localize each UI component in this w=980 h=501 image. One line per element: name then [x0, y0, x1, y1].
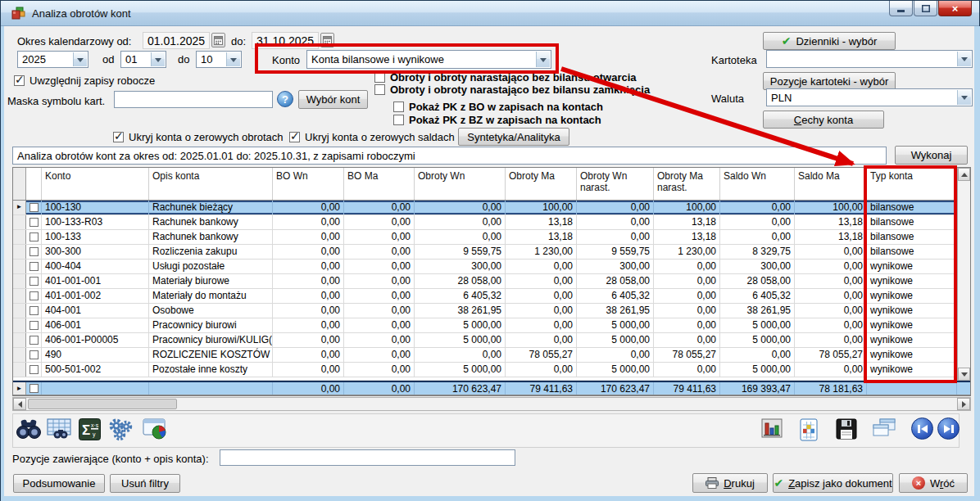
- hide-zero-turnover-checkbox[interactable]: Ukryj konta o zerowych obrotach: [113, 131, 284, 143]
- row-checkbox[interactable]: [29, 350, 39, 359]
- table-row[interactable]: 404-001Osobowe0,000,0038 261,950,0038 26…: [13, 304, 957, 318]
- table-row[interactable]: 406-001-P00005Pracownicy biurowi/KULIG(0…: [13, 333, 957, 348]
- table-row[interactable]: 490ROZLICZENIE KOSZTÓW0,000,000,0078 055…: [13, 348, 957, 363]
- help-button[interactable]: ?: [277, 91, 293, 107]
- chevron-down-icon[interactable]: [73, 52, 87, 66]
- close-button[interactable]: ×: [938, 1, 972, 16]
- row-checkbox[interactable]: [29, 321, 39, 330]
- show-pk-bo-checkbox[interactable]: Pokaż PK z BO w zapisach na kontach: [393, 101, 603, 113]
- table-row[interactable]: 100-133Rachunek bankowy0,000,000,0013,18…: [13, 230, 957, 245]
- chevron-down-icon[interactable]: [536, 52, 550, 67]
- table-row[interactable]: 401-001-001Materiały biurowe0,000,0028 0…: [13, 274, 957, 289]
- scroll-down-button[interactable]: [958, 368, 970, 381]
- sum-statistics-button[interactable]: Σ x·s y: [79, 418, 101, 440]
- usun-filtry-button[interactable]: Usuń filtry: [110, 474, 180, 493]
- chart-view-button[interactable]: [143, 418, 169, 440]
- column-header[interactable]: Konto: [42, 168, 149, 200]
- scroll-left-button[interactable]: [13, 398, 26, 410]
- row-checkbox[interactable]: [29, 365, 39, 374]
- table-row[interactable]: ►100-130Rachunek bieżący0,000,000,00100,…: [13, 201, 957, 215]
- waluta-select[interactable]: PLN: [766, 88, 973, 106]
- wybor-kont-button[interactable]: Wybór kont: [298, 90, 368, 109]
- cascade-windows-button[interactable]: [872, 418, 896, 439]
- checkbox-box[interactable]: [289, 132, 300, 142]
- checkbox-box[interactable]: [374, 72, 385, 83]
- date-to-field[interactable]: 31.10.2025: [252, 32, 319, 49]
- search-in-table-button[interactable]: [47, 418, 73, 440]
- konto-select[interactable]: Konta bilansowe i wynikowe: [306, 50, 551, 69]
- scroll-up-button[interactable]: [958, 168, 970, 181]
- nav-last-button[interactable]: [937, 418, 960, 440]
- row-checkbox[interactable]: [29, 218, 39, 227]
- table-row[interactable]: 100-133-R03Rachunek bankowy0,000,000,001…: [13, 215, 957, 230]
- row-checkbox[interactable]: [29, 291, 39, 300]
- column-header[interactable]: Obroty Wn narast.: [577, 168, 654, 200]
- year-select[interactable]: 2025: [17, 51, 88, 68]
- row-checkbox[interactable]: [29, 277, 39, 286]
- row-checkbox[interactable]: [29, 247, 39, 256]
- zapisz-jako-dokument-button[interactable]: ✔ Zapisz jako dokument: [773, 473, 893, 493]
- scroll-right-button[interactable]: [957, 398, 970, 410]
- checkbox-box[interactable]: [393, 102, 404, 112]
- wroc-button[interactable]: × Wróć: [899, 473, 968, 493]
- mask-input[interactable]: [114, 91, 273, 108]
- bar-chart-button[interactable]: [761, 418, 784, 440]
- date-to-calendar-button[interactable]: [320, 33, 334, 47]
- cechy-konta-button[interactable]: Cechy konta: [763, 111, 884, 129]
- no-opening-balance-checkbox[interactable]: Obroty i obroty narastająco bez bilansu …: [374, 71, 637, 84]
- pozycje-filter-input[interactable]: [220, 449, 515, 466]
- row-checkbox[interactable]: [29, 232, 39, 241]
- row-checkbox[interactable]: [29, 262, 39, 271]
- nav-first-button[interactable]: [911, 418, 933, 440]
- horizontal-scrollbar[interactable]: [12, 397, 971, 411]
- search-binoculars-button[interactable]: [16, 418, 42, 440]
- date-from-field[interactable]: 01.01.2025: [143, 32, 210, 49]
- column-header[interactable]: Obroty Wn: [415, 168, 506, 200]
- drukuj-button[interactable]: Drukuj: [692, 473, 768, 493]
- maximize-button[interactable]: [914, 1, 937, 16]
- table-row[interactable]: 500-501-002Pozostałe inne koszty0,000,00…: [13, 363, 957, 377]
- pozycje-kartoteki-button[interactable]: Pozycje kartoteki - wybór: [763, 72, 896, 90]
- show-pk-bz-checkbox[interactable]: Pokaż PK z BZ w zapisach na kontach: [393, 114, 601, 126]
- table-row[interactable]: 300-300Rozliczenia zakupu0,000,009 559,7…: [13, 245, 957, 260]
- hide-zero-balance-checkbox[interactable]: Ukryj konta o zerowych saldach: [289, 131, 455, 143]
- column-header[interactable]: Typ konta: [867, 168, 957, 200]
- kartoteka-select[interactable]: [766, 50, 973, 68]
- wykonaj-button[interactable]: Wykonaj: [895, 146, 968, 165]
- export-spreadsheet-button[interactable]: [799, 418, 819, 441]
- vertical-scrollbar[interactable]: [957, 168, 970, 381]
- chevron-down-icon[interactable]: [151, 52, 165, 66]
- scrollbar-thumb[interactable]: [28, 399, 177, 409]
- row-checkbox[interactable]: [29, 336, 39, 345]
- syntetyka-analityka-button[interactable]: Syntetyka/Analityka: [458, 128, 569, 146]
- row-checkbox[interactable]: [29, 384, 39, 393]
- table-row[interactable]: 406-001Pracownicy biurowi0,000,005 000,0…: [13, 318, 957, 333]
- row-checkbox[interactable]: [29, 306, 39, 315]
- table-row[interactable]: 401-001-002Materiały do montażu0,000,006…: [13, 289, 957, 304]
- chevron-down-icon[interactable]: [226, 52, 240, 66]
- column-header[interactable]: Opis konta: [149, 168, 273, 200]
- column-header[interactable]: Saldo Ma: [795, 168, 867, 200]
- podsumowanie-button[interactable]: Podsumowanie: [13, 474, 105, 493]
- column-header[interactable]: Obroty Ma: [506, 168, 577, 200]
- settings-button[interactable]: [107, 418, 134, 441]
- minimize-button[interactable]: [889, 1, 913, 16]
- column-header[interactable]: BO Wn: [273, 168, 344, 200]
- month-from-select[interactable]: 01: [120, 51, 166, 68]
- column-header[interactable]: Obroty Ma narast.: [654, 168, 720, 200]
- table-row[interactable]: 400-404Usługi pozostałe0,000,00300,000,0…: [13, 260, 957, 274]
- checkbox-box[interactable]: [14, 75, 25, 86]
- month-to-select[interactable]: 10: [196, 51, 242, 68]
- checkbox-box[interactable]: [113, 132, 124, 142]
- checkbox-box[interactable]: [374, 84, 385, 95]
- chevron-down-icon[interactable]: [957, 90, 971, 105]
- column-header[interactable]: Saldo Wn: [720, 168, 795, 200]
- analysis-description-field[interactable]: Analiza obrotów kont za okres od: 2025.0…: [12, 147, 887, 165]
- date-from-calendar-button[interactable]: [211, 33, 225, 47]
- dzienniki-wybor-button[interactable]: ✔ Dzienniki - wybór: [763, 32, 896, 50]
- save-button[interactable]: [836, 418, 857, 440]
- column-header[interactable]: BO Ma: [344, 168, 415, 200]
- checkbox-box[interactable]: [393, 115, 404, 125]
- chevron-down-icon[interactable]: [957, 52, 971, 66]
- include-draft-checkbox[interactable]: Uwzględnij zapisy robocze: [14, 74, 155, 87]
